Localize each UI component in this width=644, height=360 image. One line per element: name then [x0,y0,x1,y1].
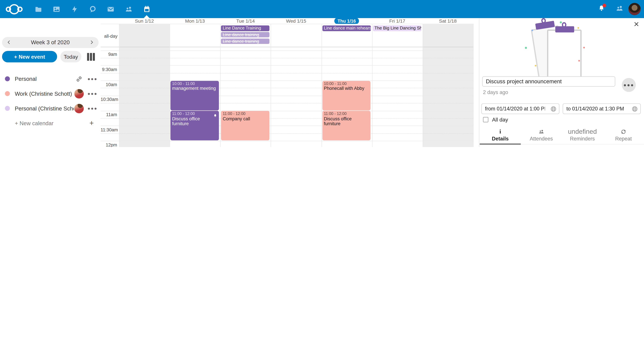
chevron-right-icon [89,39,94,46]
calendar-menu-button[interactable]: ●●● [88,106,96,111]
calendar-event[interactable]: 11:00 - 12:00Discuss office furniture [170,111,219,140]
event-actions-menu-button[interactable]: ●●● [622,78,636,92]
all-day-event[interactable]: Line Dance Training [221,25,270,31]
calendar-event[interactable]: 11:00 - 12:00Discuss office furniture [322,111,370,140]
event-time: 11:00 - 12:00 [223,112,268,116]
previous-week-button[interactable] [2,37,16,48]
calendar-event[interactable]: 11:00 - 12:00Company call [221,111,269,140]
time-label: 10am [100,82,117,87]
week-label: Week 3 of 2020 [16,39,85,45]
avatar [74,104,84,113]
quarter-hour-line [100,58,473,58]
tab-attendees[interactable]: Attendees [521,126,562,144]
half-hour-line [100,95,473,96]
start-date-input[interactable] [482,104,548,114]
event-title: Phonecall with Abby [324,86,369,91]
time-label: 11am [100,112,117,117]
app-photos-icon[interactable] [47,0,66,18]
quarter-hour-line [100,133,473,134]
next-week-button[interactable] [84,37,98,48]
week-navigation: Week 3 of 2020 [2,37,98,48]
day-header[interactable]: Mon 1/13 [170,18,220,24]
quarter-hour-line [100,118,473,118]
day-header[interactable]: Sun 1/12 [119,18,170,24]
tab-repeat[interactable]: Repeat [603,126,644,144]
sidebar-calendar-item[interactable]: Personal●●● [0,71,100,86]
sidebar-calendar-item[interactable]: Personal (Christine Scho…●●● [0,101,100,116]
contacts-menu-icon[interactable] [610,0,628,18]
app-contacts-icon[interactable] [120,0,138,18]
start-date-field[interactable] [481,103,559,114]
half-hour-line [100,141,473,141]
all-day-event[interactable]: Line dance training [221,38,270,44]
tab-label: Repeat [615,136,632,142]
all-day-checkbox-label: All day [492,117,508,123]
tab-label: Attendees [530,136,553,142]
all-day-event[interactable]: Line dance main rehearsal [322,25,371,31]
calendar-menu-button[interactable]: ●●● [88,91,96,96]
half-hour-line [100,126,473,126]
day-header[interactable]: Sat 1/18 [422,18,473,24]
quarter-hour-line [100,103,473,103]
title-row: ●●● [482,76,642,87]
end-date-input[interactable] [563,104,630,114]
day-header[interactable]: Fri 1/17 [372,18,422,24]
all-day-event[interactable]: Line dance training [221,32,270,37]
half-hour-line [100,111,473,111]
view-toggle-columns-icon[interactable] [87,53,94,61]
event-title-input[interactable] [482,76,615,87]
calendar-menu-button[interactable]: ●●● [88,76,96,81]
app-calendar-icon[interactable] [138,0,156,18]
event-editor-panel: × ●●● 2 days ago All day [480,18,644,147]
timezone-globe-icon[interactable] [632,106,638,112]
half-hour-line [100,65,473,66]
plus-icon: + [88,119,96,127]
tab-details[interactable]: iDetails [480,126,521,144]
event-time: 11:00 - 12:00 [324,112,369,116]
time-label: 11:30am [100,127,117,133]
app-files-icon[interactable] [29,0,47,18]
notification-badge [602,4,606,7]
calendar-sidebar: Week 3 of 2020 + New event Today Persona… [0,18,100,147]
app-activity-icon[interactable] [65,0,83,18]
calendar-event[interactable]: 10:00 - 11:00management meeting [170,81,219,110]
today-button[interactable]: Today [60,51,81,62]
sidebar-calendar-item[interactable]: Work (Christine Schott)●●● [0,86,100,101]
timezone-globe-icon[interactable] [550,106,556,112]
share-link-icon[interactable] [74,74,84,84]
quarter-hour-line [100,73,473,73]
people-icon [538,129,544,135]
all-day-label: all-day [100,34,118,38]
notifications-bell-icon[interactable] [592,0,610,18]
all-day-event[interactable]: The Big Line Dancing Show [373,25,421,31]
app-launcher [29,0,156,18]
day-header[interactable]: Tue 1/14 [220,18,271,24]
today-pill: Thu 1/16 [334,17,359,24]
chevron-left-icon [6,39,12,46]
half-hour-line [100,80,473,81]
day-header[interactable]: Wed 1/15 [271,18,322,24]
new-calendar-label: + New calendar [15,120,88,126]
app-talk-icon[interactable] [83,0,102,18]
calendar-event[interactable]: 10:00 - 11:00Phonecall with Abby [322,81,370,110]
calendar-color-dot [5,91,10,96]
new-calendar-button[interactable]: + New calendar+ [0,116,100,131]
app-mail-icon[interactable] [102,0,120,18]
calendar-name: Personal (Christine Scho… [15,105,74,111]
event-title: Discuss office furniture [324,116,369,126]
all-day-toggle[interactable]: All day [483,117,508,123]
new-event-button[interactable]: + New event [2,51,57,62]
day-header[interactable]: Thu 1/16 [321,18,372,24]
all-day-checkbox[interactable] [483,117,488,122]
user-avatar[interactable] [628,3,641,15]
event-title: Discuss office furniture [172,116,217,126]
shared-by-avatar[interactable] [74,103,84,113]
shared-by-avatar[interactable] [74,89,84,98]
close-icon[interactable]: × [634,19,639,30]
calendar-list: Personal●●●Work (Christine Schott)●●●Per… [0,71,100,131]
nextcloud-logo-icon[interactable] [6,4,22,14]
event-time: 10:00 - 11:00 [324,82,369,86]
topbar-right [592,0,644,18]
end-date-field[interactable] [563,103,641,114]
tab-reminders[interactable]: undefinedReminders [562,126,603,144]
